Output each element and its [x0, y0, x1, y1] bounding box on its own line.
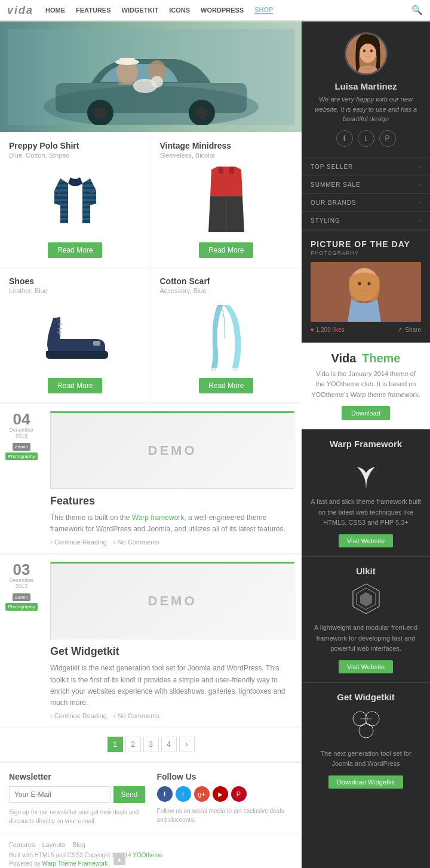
- nav-item-shop[interactable]: SHOP: [254, 6, 273, 14]
- svg-point-4: [94, 107, 106, 119]
- search-icon[interactable]: 🔍: [411, 5, 423, 16]
- potd-likes: ♥ 1,200 likes: [311, 327, 345, 333]
- vida-title-theme: Theme: [362, 352, 400, 365]
- page-3[interactable]: 3: [143, 737, 159, 752]
- blog-text-2: Widgetkit is the next generation tool se…: [50, 663, 294, 709]
- newsletter-text: Sign up for our newsletter and get new d…: [9, 808, 145, 826]
- sidebar-item-styling[interactable]: STYLING ›: [302, 212, 430, 230]
- hero-svg: [8, 29, 294, 125]
- blog-day-2: 03: [5, 562, 38, 577]
- footer-built: Built with HTML5 and CSS3 Copyright © 20…: [9, 851, 293, 860]
- widgetkit-text: The next generation tool set for Joomla …: [311, 749, 421, 769]
- newsletter-title: Newsletter: [9, 772, 145, 781]
- continue-reading-1[interactable]: › Continue Reading: [50, 538, 107, 546]
- sidebar-item-summer-sale[interactable]: SUMMER SALE ›: [302, 176, 430, 194]
- page-4[interactable]: 4: [161, 737, 177, 752]
- blog-title-1: Features: [50, 495, 294, 507]
- product-subtitle: Sleeveless, Bicolor: [160, 152, 293, 159]
- svg-point-34: [370, 50, 373, 53]
- demo-label-2: DEMO: [148, 593, 197, 609]
- svg-rect-8: [118, 82, 136, 85]
- nav-item-wordpress[interactable]: WORDPRESS: [201, 7, 244, 14]
- blog-month-1: December: [5, 427, 38, 433]
- blog-content-2: DEMO Get Widgetkit Widgetkit is the next…: [43, 555, 302, 727]
- follow-youtube-icon[interactable]: ▶: [213, 786, 228, 802]
- page-1[interactable]: 1: [108, 737, 123, 752]
- demo-box-1: DEMO: [50, 411, 294, 489]
- svg-point-33: [363, 50, 366, 53]
- nav-item-features[interactable]: FEATURES: [76, 7, 110, 14]
- follow-pinterest-icon[interactable]: P: [231, 786, 247, 802]
- svg-point-6: [196, 107, 208, 119]
- sidebar-item-label: OUR BRANDS: [311, 199, 357, 206]
- footer-link-blog[interactable]: Blog: [72, 841, 85, 848]
- sidebar-item-top-seller[interactable]: TOP SELLER ›: [302, 158, 430, 176]
- blog-post-2: 03 December 2013 admin Photography DEMO …: [0, 555, 302, 727]
- product-subtitle: Blue, Cotton, Striped: [9, 152, 142, 159]
- read-more-dress[interactable]: Read More: [199, 242, 253, 258]
- potd-share[interactable]: ↗ Share: [397, 327, 421, 333]
- no-comments-2[interactable]: › No Comments: [113, 712, 159, 719]
- blog-content-1: DEMO Features This theme is built on the…: [43, 404, 302, 553]
- svg-rect-16: [219, 167, 223, 174]
- product-item-dress: Vintage Minidress Sleeveless, Bicolor Re: [151, 132, 302, 267]
- footer-link-layouts[interactable]: Layouts: [42, 841, 65, 848]
- nav-item-icons[interactable]: ICONS: [169, 7, 190, 14]
- svg-point-13: [151, 76, 163, 88]
- follow-googleplus-icon[interactable]: g+: [194, 786, 210, 802]
- ulkit-text: A lightweight and modular front-end fram…: [311, 623, 421, 654]
- footer-widgets: Newsletter Send Sign up for our newslett…: [0, 762, 302, 835]
- warp-text: A fast and slick theme framework built o…: [311, 497, 421, 528]
- product-subtitle: Accessory, Blue: [160, 287, 293, 294]
- svg-rect-11: [119, 58, 136, 64]
- product-item-scarf: Cotton Scarf Accessory, Blue: [151, 267, 302, 402]
- potd-section: PICTURE OF THE DAY PHOTOGRAPHY: [302, 230, 430, 343]
- vida-download-btn[interactable]: Download: [342, 406, 390, 420]
- warp-link[interactable]: Warp framework: [132, 513, 185, 522]
- product-image-shoes: [9, 300, 142, 372]
- svg-marker-43: [360, 592, 372, 607]
- navbar: vida HOME FEATURES WIDGETKIT ICONS WORDP…: [0, 0, 430, 21]
- footer-powered: Powered by Warp Theme Framework: [9, 860, 293, 867]
- follow-facebook-icon[interactable]: f: [157, 786, 173, 802]
- nav-item-home[interactable]: HOME: [45, 7, 65, 14]
- profile-facebook-icon[interactable]: f: [336, 130, 353, 147]
- no-comments-1[interactable]: › No Comments: [113, 538, 159, 546]
- warp-framework-link[interactable]: Warp Theme Framework: [42, 860, 108, 867]
- profile-pinterest-icon[interactable]: P: [379, 130, 396, 147]
- blog-tag-1: admin: [13, 443, 30, 451]
- product-title: Preppy Polo Shirt: [9, 141, 142, 150]
- avatar: [345, 32, 388, 75]
- newsletter-input[interactable]: [9, 786, 110, 803]
- profile-twitter-icon[interactable]: t: [358, 130, 374, 147]
- blog-year-1: 2013: [5, 433, 38, 439]
- read-more-polo[interactable]: Read More: [48, 242, 102, 258]
- blog-tag-2: admin: [13, 593, 30, 601]
- blog-title-2: Get Widgetkit: [50, 645, 294, 658]
- warp-visit-btn[interactable]: Visit Website: [339, 534, 393, 547]
- follow-twitter-icon[interactable]: t: [176, 786, 191, 802]
- logo[interactable]: vida: [7, 4, 33, 17]
- sidebar-item-our-brands[interactable]: OUR BRANDS ›: [302, 194, 430, 212]
- nav-item-widgetkit[interactable]: WIDGETKIT: [122, 7, 159, 14]
- profile-social: f t P: [312, 130, 419, 147]
- widgetkit-download-btn[interactable]: Download Widgetkit: [328, 775, 403, 789]
- continue-reading-2[interactable]: › Continue Reading: [50, 712, 107, 719]
- product-image-polo: [9, 165, 142, 236]
- scroll-up[interactable]: ▲: [113, 853, 125, 865]
- read-more-shoes[interactable]: Read More: [48, 378, 102, 393]
- demo-box-2: DEMO: [50, 562, 294, 639]
- read-more-scarf[interactable]: Read More: [199, 378, 253, 393]
- potd-actions: ♥ 1,200 likes ↗ Share: [311, 327, 421, 333]
- ulkit-visit-btn[interactable]: Visit Website: [339, 660, 393, 673]
- page-2[interactable]: 2: [125, 737, 141, 752]
- follow-title: Follow Us: [157, 772, 293, 781]
- potd-title: PICTURE OF THE DAY: [311, 239, 421, 249]
- blog-date-1: 04 December 2013 admin Photography: [0, 404, 43, 553]
- yootheme-link[interactable]: YOOtheme: [133, 852, 162, 858]
- page-next[interactable]: ›: [179, 737, 195, 752]
- newsletter-send-btn[interactable]: Send: [113, 786, 145, 803]
- svg-rect-17: [229, 167, 234, 174]
- blog-text-1: This theme is built on the Warp framewor…: [50, 512, 294, 535]
- footer-link-features[interactable]: Features: [9, 841, 35, 848]
